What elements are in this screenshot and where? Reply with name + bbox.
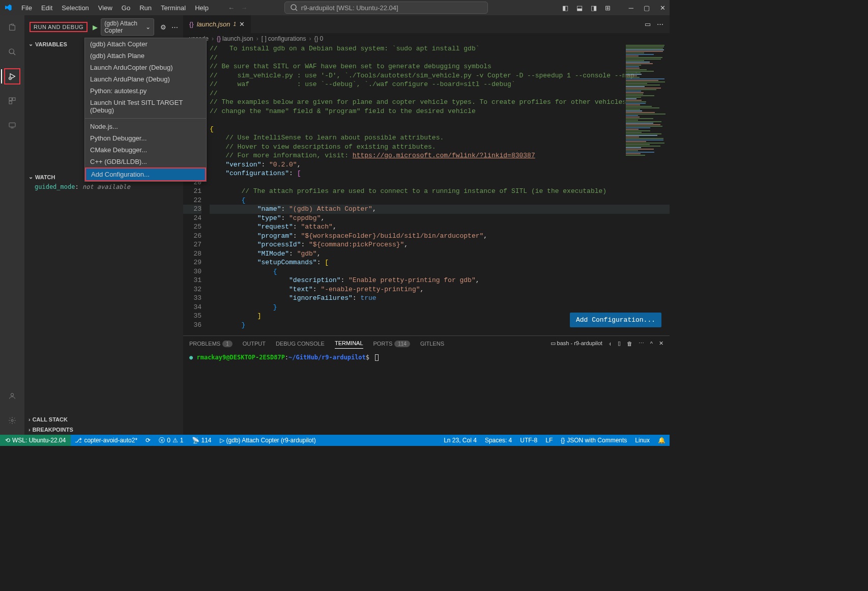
menu-file[interactable]: File xyxy=(17,2,36,14)
search-icon[interactable] xyxy=(4,44,20,60)
panel-tab-gitlens[interactable]: GITLENS xyxy=(420,339,444,349)
split-editor-icon[interactable]: ▭ xyxy=(645,20,651,28)
start-debug-button[interactable]: ▶ xyxy=(93,23,98,31)
svg-rect-6 xyxy=(13,98,15,100)
dropdown-item[interactable]: Launch Unit Test SITL TARGET (Debug) xyxy=(85,97,206,116)
run-debug-title: RUN AND DEBUG xyxy=(30,22,88,32)
more-actions-icon[interactable]: ⋯ xyxy=(657,20,663,28)
accounts-icon[interactable] xyxy=(4,388,20,404)
panel-tab-output[interactable]: OUTPUT xyxy=(243,339,266,349)
panel-tabs: PROBLEMS1OUTPUTDEBUG CONSOLETERMINALPORT… xyxy=(183,336,670,351)
kill-terminal-icon[interactable]: 🗑 xyxy=(627,341,632,347)
layout-customize-icon[interactable]: ⊞ xyxy=(605,4,611,12)
tab-launch-json[interactable]: {} launch.json 1 ✕ xyxy=(183,15,251,33)
svg-rect-8 xyxy=(9,123,15,127)
notifications-icon[interactable]: 🔔 xyxy=(654,437,670,444)
add-configuration-button[interactable]: Add Configuration... xyxy=(570,313,661,328)
status-bar: ⟲ WSL: Ubuntu-22.04 ⎇ copter-avoid-auto2… xyxy=(0,435,670,446)
svg-point-11 xyxy=(11,419,13,421)
explorer-icon[interactable] xyxy=(4,19,20,36)
dropdown-item[interactable]: Launch ArduPlane (Debug) xyxy=(85,73,206,85)
dropdown-item[interactable]: C++ (GDB/LLDB)... xyxy=(85,156,206,167)
ports-status[interactable]: 📡114 xyxy=(188,437,216,444)
maximize-button[interactable]: ▢ xyxy=(644,4,650,12)
debug-config-select[interactable]: (gdb) Attach Copter ⌄ xyxy=(101,18,154,36)
dropdown-item[interactable]: (gdb) Attach Copter xyxy=(85,38,206,50)
minimap[interactable] xyxy=(624,44,670,156)
activity-bar xyxy=(0,15,24,435)
terminal-profile[interactable]: ▭ bash - r9-ardupilot xyxy=(551,340,602,347)
cursor xyxy=(375,354,379,361)
bc-file[interactable]: {} launch.json xyxy=(217,35,253,42)
editor[interactable]: 5678910111213141516171819202122232425262… xyxy=(183,44,670,335)
settings-icon[interactable] xyxy=(4,412,20,429)
main-menu: FileEditSelectionViewGoRunTerminalHelp xyxy=(17,2,213,14)
nav-back-icon[interactable]: ← xyxy=(228,4,235,12)
dropdown-item[interactable]: Python Debugger... xyxy=(85,132,206,144)
debug-config-selected: (gdb) Attach Copter xyxy=(104,20,146,34)
more-icon[interactable]: ⋯ xyxy=(171,23,178,31)
problems-status[interactable]: ⓧ0 ⚠1 xyxy=(155,436,187,445)
svg-line-3 xyxy=(13,53,15,55)
menu-terminal[interactable]: Terminal xyxy=(157,2,190,14)
svg-point-10 xyxy=(11,393,13,396)
git-branch[interactable]: ⎇ copter-avoid-auto2* xyxy=(71,437,141,444)
new-terminal-icon[interactable]: ▯ xyxy=(618,340,621,347)
command-center[interactable]: r9-ardupilot [WSL: Ubuntu-22.04] xyxy=(284,2,488,14)
bc-obj[interactable]: {} 0 xyxy=(314,35,324,42)
minimize-button[interactable]: ─ xyxy=(629,4,633,12)
menu-view[interactable]: View xyxy=(94,2,117,14)
watch-item[interactable]: guided_mode: not available xyxy=(24,182,183,191)
breadcrumb[interactable]: vscode› {} launch.json› [ ] configuratio… xyxy=(183,33,670,44)
bc-array[interactable]: [ ] configurations xyxy=(262,35,306,42)
breakpoints-section[interactable]: ›BREAKPOINTS xyxy=(24,425,183,435)
menu-help[interactable]: Help xyxy=(191,2,213,14)
dropdown-item[interactable]: Launch ArduCopter (Debug) xyxy=(85,62,206,73)
svg-line-1 xyxy=(296,9,297,11)
close-icon[interactable]: ✕ xyxy=(239,20,245,28)
add-configuration-item[interactable]: Add Configuration... xyxy=(85,167,206,181)
panel-tab-ports[interactable]: PORTS114 xyxy=(373,339,410,349)
dropdown-item[interactable]: CMake Debugger... xyxy=(85,144,206,156)
antenna-icon: 📡 xyxy=(192,437,199,444)
extensions-icon[interactable] xyxy=(4,93,20,109)
terminal[interactable]: ● rmackay9@DESKTOP-2ESD87P:~/GitHub/r9-a… xyxy=(183,351,670,435)
panel-tab-terminal[interactable]: TERMINAL xyxy=(335,338,363,349)
panel-tab-problems[interactable]: PROBLEMS1 xyxy=(189,339,233,349)
sync-icon[interactable]: ⟳ xyxy=(141,437,155,444)
dropdown-item[interactable]: Python: autotest.py xyxy=(85,85,206,97)
run-debug-icon[interactable] xyxy=(4,68,20,85)
menu-edit[interactable]: Edit xyxy=(37,2,56,14)
dropdown-item[interactable]: Node.js... xyxy=(85,121,206,132)
tab-bar: {} launch.json 1 ✕ ▭ ⋯ xyxy=(183,15,670,33)
close-panel-icon[interactable]: ✕ xyxy=(659,340,663,347)
remote-explorer-icon[interactable] xyxy=(4,117,20,133)
gear-icon[interactable]: ⚙ xyxy=(160,23,166,31)
os-indicator[interactable]: Linux xyxy=(631,437,654,444)
chevron-down-icon: ⌄ xyxy=(146,23,151,31)
panel: PROBLEMS1OUTPUTDEBUG CONSOLETERMINALPORT… xyxy=(183,335,670,435)
menu-run[interactable]: Run xyxy=(135,2,156,14)
terminal-bullet: ● xyxy=(189,354,193,361)
nav-forward-icon[interactable]: → xyxy=(241,4,247,12)
menu-selection[interactable]: Selection xyxy=(57,2,93,14)
split-terminal-icon[interactable]: ⫞ xyxy=(609,341,612,347)
close-button[interactable]: ✕ xyxy=(660,4,666,12)
layout-left-icon[interactable]: ◧ xyxy=(562,4,568,12)
dropdown-item[interactable]: (gdb) Attach Plane xyxy=(85,50,206,62)
more-icon[interactable]: ⋯ xyxy=(639,340,644,347)
maximize-panel-icon[interactable]: ^ xyxy=(650,341,653,347)
language-mode[interactable]: {} JSON with Comments xyxy=(557,437,631,444)
remote-indicator[interactable]: ⟲ WSL: Ubuntu-22.04 xyxy=(0,435,71,446)
eol[interactable]: LF xyxy=(541,437,557,444)
layout-bottom-icon[interactable]: ⬓ xyxy=(576,4,583,12)
indentation[interactable]: Spaces: 4 xyxy=(481,437,516,444)
callstack-section[interactable]: ›CALL STACK xyxy=(24,414,183,425)
cursor-position[interactable]: Ln 23, Col 4 xyxy=(440,437,481,444)
debug-icon: ▷ xyxy=(220,437,224,444)
panel-tab-debug console[interactable]: DEBUG CONSOLE xyxy=(276,339,325,349)
encoding[interactable]: UTF-8 xyxy=(516,437,541,444)
debug-target-status[interactable]: ▷ (gdb) Attach Copter (r9-ardupilot) xyxy=(216,437,320,444)
layout-right-icon[interactable]: ◨ xyxy=(591,4,597,12)
menu-go[interactable]: Go xyxy=(118,2,134,14)
